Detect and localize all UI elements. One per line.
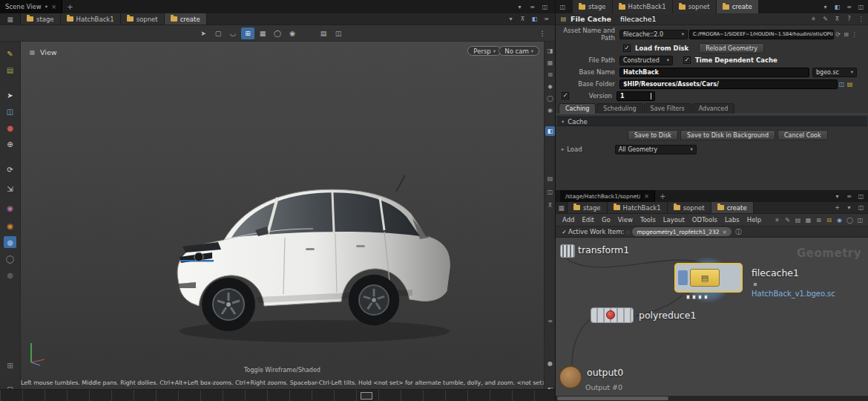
construction-plane-icon[interactable]: ▦ <box>256 27 269 39</box>
chevron-down-icon[interactable]: ▾ <box>516 1 524 12</box>
menu-go[interactable]: Go <box>598 216 614 224</box>
path-tab-sopnet[interactable]: sopnet <box>668 202 711 213</box>
menu-help[interactable]: Help <box>743 216 765 224</box>
layout-icon[interactable]: ▤ <box>545 174 555 183</box>
network-horizontal-scrollbar[interactable] <box>556 396 868 401</box>
node-output0[interactable] <box>559 365 582 389</box>
asset-manager-icon[interactable]: ⊞ <box>842 29 850 39</box>
swatch-tool-icon[interactable]: ▤ <box>4 64 16 76</box>
rotate-tool-icon[interactable]: ⟳ <box>4 163 16 175</box>
camera-icon[interactable]: ◨ <box>545 46 555 56</box>
load-from-disk-checkbox[interactable]: ✓ <box>623 45 631 52</box>
gear-icon[interactable]: ✳ <box>809 14 818 25</box>
split-icon[interactable]: ◫ <box>545 187 555 197</box>
tab-advanced[interactable]: Advanced <box>692 103 735 114</box>
options-icon[interactable]: ≡ <box>545 316 555 326</box>
edit-pencil-icon[interactable]: ✎ <box>783 215 792 225</box>
file-chooser-icon[interactable]: ◫ <box>838 79 846 89</box>
translate-tool-icon[interactable]: ⊕ <box>4 138 16 150</box>
tab-scheduling[interactable]: Scheduling <box>596 103 642 114</box>
pose-tool-icon[interactable]: ◉ <box>4 202 16 214</box>
display-rows-icon[interactable]: ▤ <box>317 27 330 39</box>
version-input[interactable]: 1 <box>617 91 655 101</box>
path-tab-stage[interactable]: stage <box>573 0 613 13</box>
close-icon[interactable]: × <box>644 192 649 200</box>
maximize-pane-icon[interactable]: ◫ <box>857 1 865 12</box>
grid-view-icon[interactable]: ▦ <box>804 215 812 225</box>
pin-icon[interactable]: ⊼ <box>833 14 841 25</box>
node-polyreduce1-label[interactable]: polyreduce1 <box>639 310 696 321</box>
asset-path-field[interactable]: C:/PROGRA~1/SIDEEF~1/HOUDIN~1.584/houdin… <box>689 30 834 39</box>
extension-dropdown[interactable]: bgeo.sc ▾ <box>812 68 857 77</box>
view-tool-icon[interactable]: ● <box>4 236 16 248</box>
path-tab-hatchback1[interactable]: HatchBack1 <box>608 202 668 213</box>
menu-labs[interactable]: Labs <box>721 216 743 224</box>
shading-icon[interactable]: ◯ <box>545 94 555 103</box>
scene-view-tab[interactable]: Scene View ▾ × <box>0 0 62 13</box>
base-name-input[interactable]: HatchBack <box>619 68 809 77</box>
lasso-select-icon[interactable]: ▢ <box>211 27 225 39</box>
handles-tool-icon[interactable]: ● <box>4 122 16 134</box>
node-filecache1-label[interactable]: filecache1 <box>752 267 799 278</box>
maximize-pane-icon[interactable]: ◫ <box>857 191 865 201</box>
notes-icon[interactable]: ▤ <box>794 215 802 225</box>
pane-icon[interactable]: ◫ <box>559 1 567 12</box>
path-tab-create[interactable]: create <box>717 0 759 13</box>
menu-tools[interactable]: Tools <box>637 216 660 224</box>
path-tab-stage[interactable]: stage <box>568 202 608 213</box>
version-checkbox[interactable]: ✓ <box>562 92 569 100</box>
lock-tool-icon[interactable]: ◫ <box>4 105 16 117</box>
file-path-dropdown[interactable]: Constructed ▾ <box>619 56 673 65</box>
split-pane-icon[interactable]: ◫ <box>541 1 549 12</box>
network-path-tab[interactable]: /stage/HatchBack1/sopnet/create × <box>560 190 655 202</box>
check-icon[interactable]: ✓ <box>560 226 568 237</box>
search-icon[interactable]: ◯ <box>846 215 854 225</box>
network-browse-icon[interactable]: ▦ <box>0 13 21 25</box>
lighting-icon[interactable]: ◉ <box>545 105 555 115</box>
snap-toggle-icon[interactable]: ◆ <box>545 82 555 91</box>
linked-view-icon[interactable]: ◧ <box>530 14 539 25</box>
playbar-timeline[interactable] <box>0 389 555 401</box>
cook-status-icon[interactable]: ● <box>545 359 555 368</box>
snap-magnet-icon[interactable]: ◡ <box>226 27 240 39</box>
path-tab-sopnet[interactable]: sopnet <box>121 13 165 25</box>
pane-menu-icon[interactable]: ≡ <box>528 1 536 12</box>
viewport-3d[interactable]: ▦ View Persp ▾ No cam ▾ <box>21 42 544 389</box>
load-mode-dropdown[interactable]: All Geometry ▾ <box>615 145 697 154</box>
help-icon[interactable]: ? <box>845 14 853 25</box>
pane-menu-icon[interactable]: ≡ <box>845 1 853 12</box>
cache-section-header[interactable]: ▾ Cache <box>557 117 867 126</box>
node-transform1-label[interactable]: transform1 <box>578 244 629 255</box>
tab-save-filters[interactable]: Save Filters <box>644 103 691 114</box>
close-icon[interactable]: × <box>51 3 56 10</box>
grid-toggle-icon[interactable]: ⊞ <box>545 70 555 79</box>
new-pane-tab-button[interactable]: + <box>62 0 77 13</box>
time-dependent-checkbox[interactable]: ✓ <box>683 56 691 64</box>
edit-params-icon[interactable]: ✎ <box>821 14 829 25</box>
node-transform1[interactable] <box>560 244 575 258</box>
path-tab-stage[interactable]: stage <box>21 13 61 25</box>
select-arrow-icon[interactable]: ➤ <box>197 27 210 39</box>
chevron-right-icon[interactable]: ▸ <box>562 146 564 152</box>
active-work-item-badge[interactable]: mpgeometry1_ropfetch1_232 × <box>632 227 731 236</box>
path-tab-hatchback1[interactable]: HatchBack1 <box>613 0 673 13</box>
circle-guide-icon[interactable]: ◯ <box>271 27 284 39</box>
pen-tool-icon[interactable]: ✎ <box>4 48 16 59</box>
save-to-disk-bg-button[interactable]: Save to Disk in Background <box>680 130 775 140</box>
chevron-down-icon[interactable]: ▾ <box>507 14 515 25</box>
close-icon[interactable]: × <box>723 229 727 235</box>
chevron-down-icon[interactable]: ▾ <box>845 203 853 213</box>
path-tab-create[interactable]: create <box>165 13 207 25</box>
viewport-more-icon[interactable]: ⋮ <box>536 27 549 39</box>
pane-menu-icon[interactable]: ≡ <box>845 191 853 201</box>
reload-geometry-button[interactable]: Reload Geometry <box>699 43 764 53</box>
path-tab-sopnet[interactable]: sopnet <box>673 0 717 13</box>
menu-view[interactable]: View <box>614 216 637 224</box>
globe-tool-icon[interactable]: ◯ <box>4 252 16 264</box>
character-tool-icon[interactable]: ◉ <box>4 220 16 232</box>
persp-camera-button[interactable]: Persp ▾ <box>467 46 502 56</box>
pane-icon[interactable]: ◫ <box>856 215 864 225</box>
pin-icon[interactable]: ⊼ <box>519 14 527 25</box>
no-cam-button[interactable]: No cam ▾ <box>499 46 539 56</box>
menu-layout[interactable]: Layout <box>660 216 688 224</box>
